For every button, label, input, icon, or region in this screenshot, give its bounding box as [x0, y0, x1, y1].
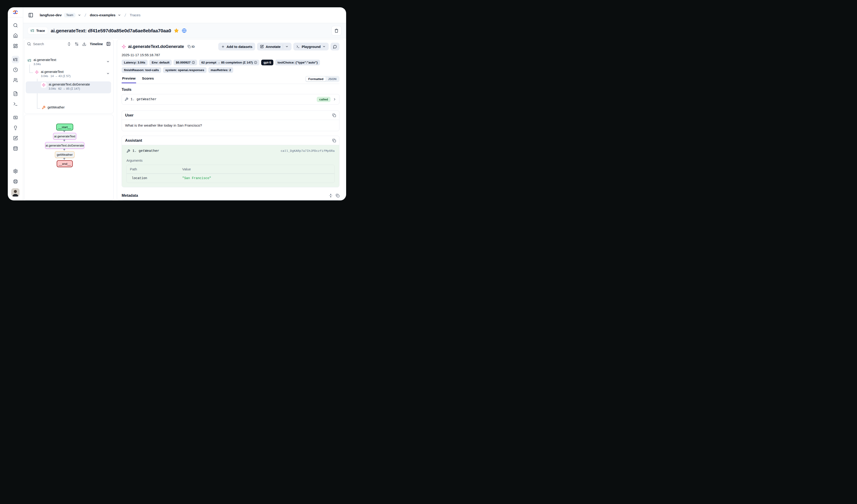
user-message: What is the weather like today in San Fr… [122, 120, 339, 131]
search-icon [27, 42, 31, 46]
copy-icon[interactable] [332, 139, 336, 142]
playground-button[interactable]: Playground [293, 42, 329, 50]
graph-arrow [64, 158, 65, 159]
info-icon [192, 61, 195, 64]
bookmark-star-icon[interactable] [174, 28, 179, 33]
arguments-table: Path Value location "San Francisco" [127, 164, 335, 183]
timeline-toggle[interactable]: Timeline [90, 42, 103, 46]
latency-badge: Latency: 3.04s [122, 59, 148, 65]
tab-scores[interactable]: Scores [141, 76, 154, 83]
support-icon[interactable] [8, 176, 23, 187]
home-icon[interactable] [8, 31, 23, 41]
graph-node-getweather[interactable]: getWeather [55, 151, 74, 158]
sidebar-icon-rail [8, 17, 23, 201]
breadcrumb-environment[interactable]: docs-examples [90, 13, 115, 17]
assistant-section-title: Assistant [125, 138, 142, 143]
copy-icon[interactable] [332, 114, 336, 117]
breadcrumb-page[interactable]: Traces [130, 13, 140, 17]
trace-title-bar: Trace ai.generateText: df41e597d0a85e0d7… [23, 23, 346, 38]
add-to-datasets-button[interactable]: Add to datasets [218, 42, 255, 50]
graph-node-end[interactable]: __end__ [57, 160, 73, 167]
sidebar [8, 7, 23, 201]
breadcrumb: langfuse-dev Team docs-examples Traces [23, 7, 346, 23]
breadcrumb-project[interactable]: langfuse-dev [40, 13, 62, 17]
settings-icon[interactable] [8, 166, 23, 176]
tracing-icon-active[interactable] [8, 54, 23, 65]
format-toggle: Formatted JSON [305, 76, 339, 82]
tool-name: 1. getWeather [131, 98, 156, 101]
search-input[interactable] [33, 42, 59, 46]
finishreason-badge: finishReason: tool-calls [122, 67, 161, 73]
tokens-badge[interactable]: 62 prompt → 85 completion (Σ 147) [199, 59, 259, 65]
trace-type-badge: Trace [28, 27, 48, 34]
format-json[interactable]: JSON [326, 76, 339, 82]
tree-connector [29, 72, 33, 73]
chevron-down-icon[interactable] [118, 14, 121, 17]
observation-header: ai.generateText.doGenerate ID Add to dat… [122, 42, 339, 50]
main-column: langfuse-dev Team docs-examples Traces T… [23, 7, 346, 201]
info-icon [254, 61, 257, 64]
download-icon[interactable] [82, 42, 86, 46]
collapse-all-icon[interactable] [67, 42, 71, 46]
graph-node-start[interactable]: __start__ [56, 124, 73, 131]
datasets-icon[interactable] [8, 143, 23, 154]
expand-icon[interactable] [329, 194, 333, 197]
arguments-label: Arguments [127, 159, 335, 162]
sessions-icon[interactable] [8, 65, 23, 75]
agent-graph-card: __start__ ai.generateText ai.generateTex… [24, 115, 114, 201]
evaluation-icon[interactable] [8, 112, 23, 123]
env-badge: Env: default [149, 59, 172, 65]
tool-status-badge: called [317, 97, 331, 102]
search-icon[interactable] [8, 20, 23, 31]
annotate-button[interactable]: Annotate [257, 42, 291, 50]
panel-left-toggle-icon[interactable] [28, 13, 33, 18]
format-formatted[interactable]: Formatted [306, 76, 326, 82]
tree-row-getweather[interactable]: getWeather [42, 105, 65, 109]
observation-title: ai.generateText.doGenerate [128, 44, 184, 49]
chevron-down-icon [322, 45, 326, 48]
dashboards-icon[interactable] [8, 41, 23, 51]
graph-arrow [64, 139, 65, 141]
tree-row-generation[interactable]: ai.generateText 3.04s14 → 43 (Σ 57) [35, 70, 70, 78]
chevron-down-icon[interactable] [78, 14, 81, 17]
comment-button[interactable] [331, 42, 339, 50]
users-icon[interactable] [8, 75, 23, 85]
playground-icon[interactable] [8, 99, 23, 109]
copy-icon[interactable] [336, 194, 339, 197]
wrench-icon [124, 98, 128, 101]
user-section: User What is the weather like today in S… [122, 110, 339, 131]
avatar[interactable] [8, 187, 23, 198]
badges-row-1: Latency: 3.04s Env: default $0.000927 62… [122, 59, 339, 65]
chevron-down-icon[interactable] [106, 72, 110, 75]
wrench-icon [42, 106, 46, 109]
model-badge[interactable]: gpt-5 [261, 59, 273, 65]
delete-trace-button[interactable] [332, 26, 341, 36]
observation-detail-card: ai.generateText.doGenerate ID Add to dat… [117, 39, 344, 201]
copy-id-button[interactable]: ID [187, 45, 195, 48]
team-badge: Team [64, 13, 76, 17]
tool-list-item[interactable]: 1. getWeather called [122, 94, 339, 105]
arguments-row: location "San Francisco" [127, 174, 334, 183]
tree-connector [37, 108, 40, 109]
breadcrumb-separator [83, 13, 87, 18]
tab-preview[interactable]: Preview [122, 76, 136, 83]
view-settings-icon[interactable] [74, 42, 79, 46]
prompts-icon[interactable] [8, 88, 23, 99]
workspace: Timeline [23, 38, 346, 201]
metadata-section-title: Metadata [122, 193, 138, 198]
insights-icon[interactable] [8, 123, 23, 133]
panel-collapse-icon[interactable] [106, 42, 111, 46]
graph-node-dogenerate[interactable]: ai.generateText.doGenerate [45, 142, 84, 149]
chevron-right-icon [333, 98, 336, 101]
graph-node-generatetext[interactable]: ai.generateText [53, 133, 77, 140]
tree-row-dogenerate-selected[interactable]: ai.generateText.doGenerate 3.04s62 → 85 … [41, 83, 90, 90]
tree-row-trace[interactable]: ai.generateText 3.04s [28, 58, 56, 66]
langfuse-logo[interactable] [8, 7, 23, 17]
generation-icon [122, 45, 126, 49]
cost-badge[interactable]: $0.000927 [173, 59, 197, 65]
public-globe-icon[interactable] [182, 28, 187, 33]
annotation-icon[interactable] [8, 133, 23, 143]
metadata-header: Metadata [122, 193, 339, 198]
breadcrumb-separator [123, 13, 128, 18]
chevron-down-icon[interactable] [106, 60, 110, 63]
